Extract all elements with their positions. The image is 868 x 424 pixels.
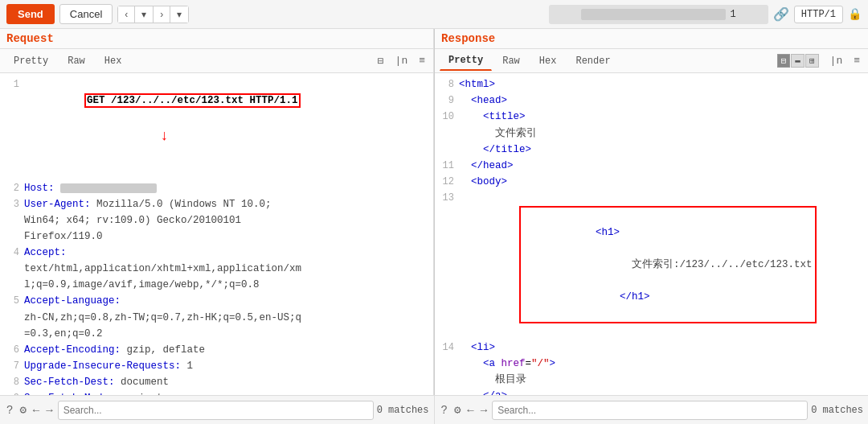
- response-line-14c: 根目录: [435, 372, 868, 388]
- nav-buttons: ‹ ▾ › ▾: [117, 6, 189, 23]
- response-line-11: 11 </head>: [435, 158, 868, 174]
- response-panel: Response Pretty Raw Hex Render ⊟ ▬ ⊞ |n …: [435, 29, 868, 395]
- request-back-icon[interactable]: ←: [31, 402, 41, 418]
- tab-request-raw[interactable]: Raw: [59, 51, 94, 71]
- response-line-10c: </title>: [435, 142, 868, 158]
- nav-down-button[interactable]: ▾: [135, 6, 154, 23]
- response-line-10b: 文件索引: [435, 126, 868, 142]
- tab-response-pretty[interactable]: Pretty: [440, 51, 492, 71]
- tab-response-raw[interactable]: Raw: [493, 51, 529, 71]
- view-icon3[interactable]: ⊞: [805, 54, 819, 68]
- request-icon-3[interactable]: ≡: [416, 53, 428, 68]
- request-line-3c: Firefox/119.0: [0, 228, 433, 245]
- response-line-10: 10 <title>: [435, 109, 868, 125]
- response-h1-highlight: <h1> 文件索引:/123/../../etc/123.txt </h1>: [519, 206, 817, 323]
- request-line-4: 4 Accept:: [0, 245, 433, 261]
- response-code-area[interactable]: 8 <html> 9 <head> 10 <title> 文件索引 </titl: [435, 73, 868, 395]
- response-panel-title: Response: [435, 29, 868, 49]
- http-version-badge: HTTP/1: [794, 6, 843, 23]
- response-icon-2[interactable]: |n: [827, 53, 846, 68]
- response-line-14d: </a>: [435, 388, 868, 395]
- response-line-14b: <a href="/">: [435, 356, 868, 372]
- response-line-9: 9 <head>: [435, 93, 868, 109]
- response-line-8: 8 <html>: [435, 76, 868, 93]
- request-line-7: 7 Upgrade-Insecure-Requests: 1: [0, 358, 433, 374]
- request-tab-bar: Pretty Raw Hex ⊟ |n ≡: [0, 49, 433, 73]
- request-settings-icon[interactable]: ⚙: [18, 401, 27, 418]
- request-line-9: 9 Sec-Fetch-Mode: navigate: [0, 390, 433, 395]
- tab-response-render[interactable]: Render: [567, 51, 619, 71]
- response-tab-bar: Pretty Raw Hex Render ⊟ ▬ ⊞ |n ≡: [435, 49, 868, 73]
- request-line-4b: text/html,application/xhtml+xml,applicat…: [0, 261, 433, 277]
- request-code-area[interactable]: 1 GET /123/../../etc/123.txt HTTP/1.1 ↓ …: [0, 73, 433, 395]
- request-line-4c: l;q=0.9,image/avif,image/webp,*/*;q=0.8: [0, 277, 433, 293]
- request-line-8: 8 Sec-Fetch-Dest: document: [0, 374, 433, 390]
- request-matches: 0 matches: [377, 405, 429, 416]
- request-line-5b: zh-CN,zh;q=0.8,zh-TW;q=0.7,zh-HK;q=0.5,e…: [0, 310, 433, 326]
- bottom-bar: ? ⚙ ← → 0 matches ? ⚙ ← → 0 matches: [0, 395, 868, 424]
- request-icon-2[interactable]: |n: [392, 53, 411, 68]
- response-search-input[interactable]: [492, 401, 808, 420]
- request-line-6: 6 Accept-Encoding: gzip, deflate: [0, 342, 433, 358]
- request-icon-1[interactable]: ⊟: [375, 53, 387, 69]
- response-back-icon[interactable]: ←: [465, 402, 475, 418]
- tab-request-hex[interactable]: Hex: [96, 51, 131, 71]
- request-line-5c: =0.3,en;q=0.2: [0, 326, 433, 342]
- nav-down2-button[interactable]: ▾: [170, 6, 188, 23]
- request-panel-title: Request: [0, 29, 433, 49]
- request-line-1: 1 GET /123/../../etc/123.txt HTTP/1.1 ↓: [0, 76, 433, 180]
- response-matches: 0 matches: [811, 405, 863, 416]
- response-settings-icon[interactable]: ⚙: [452, 401, 462, 418]
- url-suffix: 1: [731, 9, 736, 20]
- request-line-3: 3 User-Agent: Mozilla/5.0 (Windows NT 10…: [0, 196, 433, 212]
- response-icon-3[interactable]: ≡: [850, 53, 863, 68]
- tab-response-hex[interactable]: Hex: [530, 51, 566, 71]
- lock-icon: 🔒: [848, 7, 862, 21]
- request-line-5: 5 Accept-Language:: [0, 293, 433, 309]
- response-line-14: 14 <li>: [435, 340, 868, 356]
- response-line-13: 13 <h1> 文件索引:/123/../../etc/123.txt </h1…: [435, 190, 868, 340]
- nav-forward-button[interactable]: ›: [154, 6, 170, 23]
- request-line-3b: Win64; x64; rv:109.0) Gecko/20100101: [0, 212, 433, 228]
- nav-back-button[interactable]: ‹: [118, 6, 135, 23]
- request-bottom-bar: ? ⚙ ← → 0 matches: [0, 396, 435, 424]
- request-forward-icon[interactable]: →: [44, 402, 54, 418]
- view-split-icon[interactable]: ⊟: [777, 54, 791, 68]
- response-forward-icon[interactable]: →: [479, 402, 489, 418]
- response-view-toggle[interactable]: ⊟ ▬ ⊞: [774, 52, 822, 69]
- response-help-icon[interactable]: ?: [440, 402, 449, 418]
- url-bar: 1: [549, 5, 768, 24]
- request-search-input[interactable]: [58, 401, 374, 420]
- main-panels: Request Pretty Raw Hex ⊟ |n ≡ 1 GET /123…: [0, 29, 868, 395]
- request-panel: Request Pretty Raw Hex ⊟ |n ≡ 1 GET /123…: [0, 29, 434, 395]
- view-single-icon[interactable]: ▬: [791, 54, 805, 68]
- request-help-icon[interactable]: ?: [5, 402, 14, 418]
- request-line-2: 2 Host:: [0, 180, 433, 196]
- tab-request-pretty[interactable]: Pretty: [5, 51, 57, 71]
- request-line1-highlight: GET /123/../../etc/123.txt HTTP/1.1: [84, 93, 301, 108]
- send-button[interactable]: Send: [6, 4, 55, 24]
- arrow-indicator: ↓: [160, 128, 169, 144]
- cancel-button[interactable]: Cancel: [59, 4, 113, 24]
- response-bottom-bar: ? ⚙ ← → 0 matches: [435, 396, 869, 424]
- link-icon: 🔗: [773, 6, 789, 23]
- toolbar: Send Cancel ‹ ▾ › ▾ 1 🔗 HTTP/1 🔒: [0, 0, 868, 29]
- response-line-12: 12 <body>: [435, 174, 868, 190]
